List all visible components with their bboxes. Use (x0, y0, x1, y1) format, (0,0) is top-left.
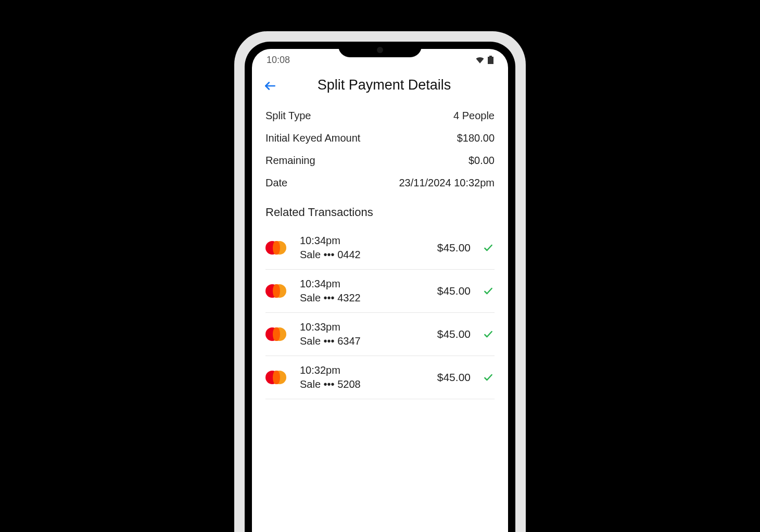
summary-value: $180.00 (457, 132, 495, 144)
summary-value: 4 People (453, 110, 495, 122)
checkmark-icon (482, 372, 495, 383)
transaction-info: 10:33pm Sale ••• 6347 (300, 321, 428, 347)
transaction-amount: $45.00 (437, 242, 471, 254)
transaction-time: 10:34pm (300, 278, 428, 290)
svg-rect-1 (488, 57, 493, 64)
transaction-time: 10:34pm (300, 235, 428, 247)
mastercard-icon (265, 284, 290, 298)
phone-notch (338, 42, 422, 57)
transaction-description: Sale ••• 4322 (300, 292, 428, 304)
page-title: Split Payment Details (272, 77, 497, 93)
transaction-description: Sale ••• 0442 (300, 249, 428, 261)
mastercard-icon (265, 371, 290, 384)
summary-row-date: Date 23/11/2024 10:32pm (265, 172, 495, 194)
checkmark-icon (482, 243, 495, 253)
transaction-info: 10:32pm Sale ••• 5208 (300, 364, 428, 390)
transaction-time: 10:32pm (300, 364, 428, 376)
summary-label: Split Type (265, 110, 311, 122)
transaction-time: 10:33pm (300, 321, 428, 333)
transaction-amount: $45.00 (437, 371, 471, 384)
transaction-amount: $45.00 (437, 285, 471, 297)
summary-section: Split Type 4 People Initial Keyed Amount… (252, 100, 508, 196)
summary-row-split-type: Split Type 4 People (265, 105, 495, 127)
phone-bezel: 10:08 (245, 42, 515, 532)
summary-value: $0.00 (468, 155, 495, 167)
summary-label: Date (265, 177, 287, 189)
transaction-row[interactable]: 10:33pm Sale ••• 6347 $45.00 (265, 313, 495, 356)
transaction-description: Sale ••• 5208 (300, 378, 428, 390)
summary-label: Initial Keyed Amount (265, 132, 360, 144)
transactions-list: 10:34pm Sale ••• 0442 $45.00 10:34pm Sal… (252, 224, 508, 399)
wifi-icon (475, 56, 485, 64)
transaction-amount: $45.00 (437, 328, 471, 340)
summary-row-initial-amount: Initial Keyed Amount $180.00 (265, 127, 495, 149)
app-header: Split Payment Details (252, 68, 508, 100)
checkmark-icon (482, 286, 495, 296)
mastercard-icon (265, 241, 290, 255)
summary-label: Remaining (265, 155, 315, 167)
transaction-row[interactable]: 10:34pm Sale ••• 0442 $45.00 (265, 226, 495, 270)
svg-rect-0 (489, 56, 492, 57)
battery-icon (488, 56, 493, 64)
summary-row-remaining: Remaining $0.00 (265, 149, 495, 172)
phone-screen: 10:08 (252, 49, 508, 532)
checkmark-icon (482, 329, 495, 339)
transaction-row[interactable]: 10:32pm Sale ••• 5208 $45.00 (265, 356, 495, 399)
related-transactions-heading: Related Transactions (252, 196, 508, 224)
status-time: 10:08 (267, 55, 290, 66)
phone-device-frame: 10:08 (234, 31, 526, 532)
transaction-description: Sale ••• 6347 (300, 335, 428, 347)
transaction-info: 10:34pm Sale ••• 0442 (300, 235, 428, 261)
summary-value: 23/11/2024 10:32pm (399, 177, 495, 189)
mastercard-icon (265, 327, 290, 341)
transaction-row[interactable]: 10:34pm Sale ••• 4322 $45.00 (265, 270, 495, 313)
transaction-info: 10:34pm Sale ••• 4322 (300, 278, 428, 304)
